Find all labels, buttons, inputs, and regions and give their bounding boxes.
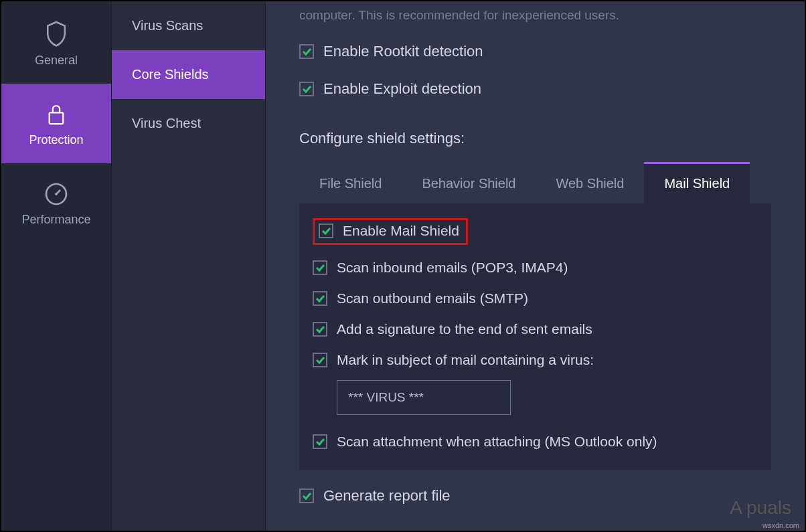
- label-exploit: Enable Exploit detection: [323, 80, 481, 98]
- sidebar-item-general[interactable]: General: [1, 1, 111, 84]
- label-rootkit: Enable Rootkit detection: [323, 43, 483, 60]
- highlight-box: Enable Mail Shield: [313, 218, 468, 245]
- sec-item-virus-scans[interactable]: Virus Scans: [112, 1, 265, 50]
- sec-item-core-shields[interactable]: Core Shields: [112, 50, 265, 99]
- tab-file-shield[interactable]: File Shield: [299, 162, 402, 203]
- sidebar-label-performance: Performance: [21, 213, 90, 227]
- label-mark-subject: Mark in subject of mail containing a vir…: [337, 352, 594, 368]
- checkmark-icon: [315, 262, 325, 273]
- tab-behavior-shield[interactable]: Behavior Shield: [402, 162, 536, 203]
- checkbox-row-enable-mail: Enable Mail Shield: [313, 218, 758, 245]
- tab-panel-mail-shield: Enable Mail Shield Scan inbound emails (…: [299, 203, 771, 470]
- sidebar-secondary: Virus Scans Core Shields Virus Chest: [112, 1, 266, 531]
- checkmark-icon: [315, 355, 325, 365]
- checkbox-outbound[interactable]: [313, 291, 327, 306]
- label-signature: Add a signature to the end of sent email…: [337, 321, 592, 337]
- sidebar-item-protection[interactable]: Protection: [1, 84, 111, 163]
- checkbox-report[interactable]: [299, 489, 314, 503]
- gauge-icon: [44, 182, 68, 206]
- checkbox-inbound[interactable]: [313, 260, 327, 275]
- checkmark-icon: [315, 436, 325, 447]
- partial-header-text: computer. This is recommended for inexpe…: [299, 1, 771, 23]
- sidebar-item-performance[interactable]: Performance: [1, 163, 111, 243]
- tab-mail-shield[interactable]: Mail Shield: [644, 162, 750, 203]
- sidebar-primary: General Protection Performance: [1, 1, 112, 531]
- watermark-site: wsxdn.com: [762, 521, 799, 529]
- checkmark-icon: [315, 324, 325, 335]
- tab-web-shield[interactable]: Web Shield: [536, 162, 644, 203]
- label-report: Generate report file: [323, 487, 451, 505]
- configure-label: Configure shield settings:: [299, 130, 771, 147]
- svg-point-2: [55, 193, 58, 195]
- checkmark-icon: [301, 491, 312, 501]
- virus-subject-input[interactable]: [337, 380, 511, 415]
- checkbox-enable-mail[interactable]: [319, 224, 333, 238]
- checkmark-icon: [315, 293, 325, 304]
- checkmark-icon: [301, 46, 312, 57]
- svg-rect-0: [50, 112, 64, 124]
- lock-icon: [46, 102, 67, 126]
- checkbox-mark-subject[interactable]: [313, 353, 327, 367]
- watermark-logo: A puals: [730, 497, 791, 519]
- checkbox-signature[interactable]: [313, 322, 327, 337]
- checkbox-row-mark-subject: Mark in subject of mail containing a vir…: [313, 352, 758, 368]
- checkmark-icon: [301, 84, 312, 94]
- sidebar-label-protection: Protection: [29, 133, 83, 147]
- sec-item-virus-chest[interactable]: Virus Chest: [112, 99, 265, 148]
- label-attachment: Scan attachment when attaching (MS Outlo…: [337, 434, 657, 450]
- checkbox-rootkit[interactable]: [299, 44, 314, 59]
- watermark-text: A puals: [730, 497, 791, 519]
- label-outbound: Scan outbound emails (SMTP): [337, 290, 528, 306]
- shield-tabs: File Shield Behavior Shield Web Shield M…: [299, 162, 771, 203]
- label-inbound: Scan inbound emails (POP3, IMAP4): [337, 260, 568, 276]
- content-area: computer. This is recommended for inexpe…: [266, 1, 805, 531]
- checkmark-icon: [321, 226, 331, 236]
- checkbox-row-rootkit: Enable Rootkit detection: [299, 43, 771, 60]
- label-enable-mail: Enable Mail Shield: [343, 223, 459, 239]
- checkbox-row-outbound: Scan outbound emails (SMTP): [313, 290, 758, 306]
- checkbox-row-signature: Add a signature to the end of sent email…: [313, 321, 758, 337]
- shield-icon: [45, 20, 68, 47]
- checkbox-row-report: Generate report file: [299, 487, 771, 505]
- checkbox-row-attachment: Scan attachment when attaching (MS Outlo…: [313, 434, 758, 450]
- checkbox-row-exploit: Enable Exploit detection: [299, 80, 771, 98]
- sidebar-label-general: General: [35, 54, 78, 68]
- checkbox-row-inbound: Scan inbound emails (POP3, IMAP4): [313, 260, 758, 276]
- checkbox-attachment[interactable]: [313, 434, 327, 449]
- checkbox-exploit[interactable]: [299, 82, 314, 96]
